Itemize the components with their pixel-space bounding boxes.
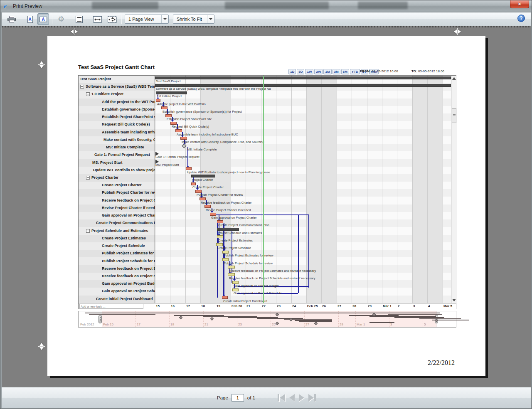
task-row[interactable]: Receive feedback on Project Estimates an… [79,265,155,273]
task-row[interactable]: Establish Project SharePoint site [79,113,155,121]
task-bar[interactable] [217,235,223,238]
page-setup-button[interactable]: ⚙ [55,13,67,25]
task-bar[interactable] [200,197,206,200]
task-bar[interactable] [156,99,160,102]
scrollbar-thumb[interactable] [452,108,456,123]
task-bar[interactable] [186,167,192,170]
task-row[interactable]: Add the project to the WIT Portfolio [79,99,155,106]
task-row[interactable]: MS: Initiate Complete [79,144,155,151]
page-view-select[interactable]: 1 Page View [125,15,169,24]
task-row[interactable]: Publish Project Schedule for review [79,258,155,265]
headers-footers-button[interactable] [73,13,85,25]
task-bar[interactable] [217,220,223,223]
gantt-vertical-scrollbar[interactable] [451,76,457,303]
page-count-label: of 1 [247,395,255,400]
task-row[interactable]: Make contact with Security, Compliance, … [79,136,155,144]
task-bar[interactable] [228,273,235,276]
summary-bar[interactable] [217,228,239,231]
previous-page-button[interactable] [289,394,295,402]
task-bar[interactable] [165,114,172,117]
task-row[interactable]: Project Charter [79,174,155,182]
task-bar[interactable] [170,122,177,125]
summary-bar[interactable] [156,91,187,94]
task-bar[interactable] [161,106,167,109]
portrait-button[interactable]: A [24,13,36,25]
range-button-ytd[interactable]: YTD [350,69,360,74]
bar-label: Publish Project Charter for review [197,193,243,197]
summary-bar[interactable] [155,84,451,87]
collapse-icon[interactable] [86,229,90,233]
task-row[interactable]: Create Project Communications Plan [79,219,155,227]
task-row[interactable]: Software as a Service (SaaS) WBS Templat… [79,83,155,91]
task-row[interactable]: Gate 1: Formal Project Request [79,151,155,159]
range-button-5d[interactable]: 5D [297,69,304,74]
task-row[interactable]: Gain approval on Project Schedule [79,288,155,295]
task-bar[interactable] [228,266,235,269]
task-bar[interactable] [191,182,196,185]
task-row[interactable]: Receive feedback on Project Schedule and… [79,273,155,280]
task-row[interactable]: Publish Project Estimates for review [79,250,155,257]
range-button-1d[interactable]: 1D [288,69,296,74]
range-button-2w[interactable]: 2W [314,69,323,74]
row-stripe [155,250,451,257]
task-bar[interactable] [180,137,187,140]
task-bar[interactable] [204,205,211,208]
task-row[interactable]: Create Project Estimates [79,235,155,242]
view-full-page-button[interactable] [106,13,118,25]
margin-handle-left-bottom[interactable] [38,343,45,350]
range-button-1m[interactable]: 1M [323,69,331,74]
range-button-3m[interactable]: 3M [332,69,340,74]
summary-bar[interactable] [191,175,215,177]
view-full-width-button[interactable] [91,13,104,25]
next-page-button[interactable] [299,394,304,402]
summary-bar[interactable] [155,76,451,79]
collapse-icon[interactable] [86,176,90,180]
collapse-icon[interactable] [86,92,90,96]
margin-handle-top-left[interactable] [71,28,78,35]
task-row[interactable]: Establish governance (Sponsor or Sponsor… [79,106,155,113]
task-bar[interactable] [232,281,239,284]
last-page-button[interactable] [308,394,316,402]
task-row[interactable]: Assemble team including Infrastructure B… [79,129,155,136]
task-bar[interactable] [232,288,239,291]
task-row[interactable]: 1.0 Initiate Project [79,91,155,98]
task-bar[interactable] [216,243,223,246]
first-page-button[interactable] [278,394,285,402]
task-row[interactable]: Project Schedule and Estimates [79,227,155,235]
task-bar[interactable] [210,213,216,216]
row-stripe [155,159,451,167]
task-row[interactable]: Create initial Project Dashboard [79,296,155,303]
task-row[interactable]: Publish Project Charter for review [79,189,155,197]
close-button[interactable]: × [510,0,529,8]
range-button-1w[interactable]: 1W [305,69,313,74]
task-bar[interactable] [195,190,202,193]
margin-handle-left-top[interactable] [38,61,45,68]
margin-handle-top-right[interactable] [454,28,461,35]
task-row[interactable]: Request Bill Quick Code(s) [79,121,155,128]
task-row[interactable]: Create Project Schedule [79,242,155,250]
task-row[interactable]: Test SaaS Project [79,76,155,83]
add-task-input[interactable] [79,304,143,309]
page-number-input[interactable] [232,394,244,402]
task-row[interactable]: Revise Project Charter if needed [79,204,155,212]
collapse-icon[interactable] [80,85,84,89]
task-bar[interactable] [222,296,228,299]
range-button-6m[interactable]: 6M [341,69,349,74]
landscape-button[interactable]: A [37,13,49,25]
print-button[interactable] [5,13,18,25]
shrink-to-fit-select[interactable]: Shrink To Fit [173,15,214,24]
scroll-up-icon[interactable] [452,77,456,80]
task-bar[interactable] [222,251,229,254]
task-bar[interactable] [222,258,229,261]
help-icon[interactable]: ? [517,15,525,22]
task-row[interactable]: Receive feedback on Project Charter [79,197,155,204]
scroll-down-icon[interactable] [452,299,456,301]
task-row[interactable]: Gain approval on Project Charter [79,212,155,219]
task-row[interactable]: Create Project Charter [79,182,155,189]
task-row[interactable]: Gain approval on Project Budget [79,280,155,288]
task-row[interactable]: MS: Project Start [79,159,155,167]
overview-handle-left[interactable] [99,315,102,323]
task-bar[interactable] [175,129,182,132]
overview-tick-label: 5 [424,323,426,326]
task-row[interactable]: Update WIT Portfolio to show project now… [79,167,155,174]
